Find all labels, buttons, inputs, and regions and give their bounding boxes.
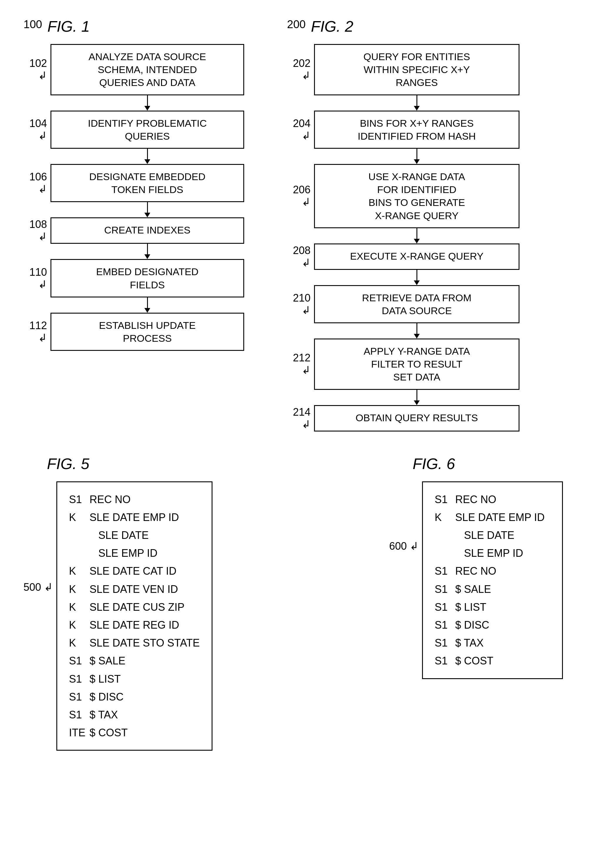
fig1-step-104: 104 ↲ IDENTIFY PROBLEMATICQUERIES (23, 111, 244, 149)
fig1-title: FIG. 1 (47, 18, 90, 35)
fig1-arrow-3 (144, 202, 150, 217)
fig2-step-208-label: 208 ↲ (287, 244, 311, 269)
fig1-step-106-label: 106 ↲ (23, 171, 47, 195)
fig2-arrow-2 (414, 149, 420, 164)
fig1-step-112: 112 ↲ ESTABLISH UPDATEPROCESS (23, 313, 244, 351)
fig6-title: FIG. 6 (413, 455, 455, 473)
fig2-step-210-label: 210 ↲ (287, 292, 311, 316)
fig1-step-106: 106 ↲ DESIGNATE EMBEDDEDTOKEN FIELDS (23, 164, 244, 202)
fig5-title: FIG. 5 (47, 455, 89, 473)
fig2-step-202-box: QUERY FOR ENTITIESWITHIN SPECIFIC X+YRAN… (314, 44, 520, 95)
fig2-title-row: 200 FIG. 2 (287, 18, 353, 35)
fig2-arrow-5 (414, 323, 420, 338)
fig2-step-214-label: 214 ↲ (287, 406, 311, 431)
fig2-step-208-box: EXECUTE X-RANGE QUERY (314, 243, 520, 270)
fig1-step-108: 108 ↲ CREATE INDEXES (23, 217, 244, 244)
fig2-arrow-6 (414, 390, 420, 405)
figures-bottom-row: FIG. 5 500 ↲ S1REC NO KSLE DATE EMP ID S… (23, 455, 581, 751)
page: 100 FIG. 1 102 ↲ ANALYZE DATA SOURCESCHE… (0, 0, 604, 868)
fig5-data-row: 500 ↲ S1REC NO KSLE DATE EMP ID SLE DATE… (23, 481, 213, 751)
fig2-step-206-box: USE X-RANGE DATAFOR IDENTIFIEDBINS TO GE… (314, 164, 520, 228)
fig2-step-210-box: RETRIEVE DATA FROMDATA SOURCE (314, 285, 520, 323)
fig1-step-108-box: CREATE INDEXES (50, 217, 244, 244)
figures-top-row: 100 FIG. 1 102 ↲ ANALYZE DATA SOURCESCHE… (23, 18, 581, 431)
fig1-step-102: 102 ↲ ANALYZE DATA SOURCESCHEMA, INTENDE… (23, 44, 244, 95)
fig2-arrow-1 (414, 95, 420, 111)
fig5-table: S1REC NO KSLE DATE EMP ID SLE DATE SLE E… (56, 481, 212, 751)
fig2-flowchart: 202 ↲ QUERY FOR ENTITIESWITHIN SPECIFIC … (287, 44, 520, 431)
fig2-step-202-label: 202 ↲ (287, 57, 311, 82)
fig1-column: 100 FIG. 1 102 ↲ ANALYZE DATA SOURCESCHE… (23, 18, 276, 351)
fig6-table: S1REC NO KSLE DATE EMP ID SLE DATE SLE E… (422, 481, 563, 679)
fig1-step-104-label: 104 ↲ (23, 117, 47, 142)
fig2-step-214-box: OBTAIN QUERY RESULTS (314, 405, 520, 431)
fig2-step-212-box: APPLY Y-RANGE DATAFILTER TO RESULTSET DA… (314, 338, 520, 390)
fig2-step-202: 202 ↲ QUERY FOR ENTITIESWITHIN SPECIFIC … (287, 44, 520, 95)
fig2-arrow-3 (414, 228, 420, 243)
fig1-step-110-label: 110 ↲ (23, 266, 47, 291)
fig2-step-204-box: BINS FOR X+Y RANGESIDENTIFIED FROM HASH (314, 111, 520, 149)
fig1-title-row: 100 FIG. 1 (23, 18, 90, 35)
fig2-title: FIG. 2 (311, 18, 353, 35)
fig2-column: 200 FIG. 2 202 ↲ QUERY FOR ENTITIESWITHI… (287, 18, 563, 431)
fig1-step-106-box: DESIGNATE EMBEDDEDTOKEN FIELDS (50, 164, 244, 202)
fig2-step-214: 214 ↲ OBTAIN QUERY RESULTS (287, 405, 520, 431)
fig1-arrow-1 (144, 95, 150, 111)
fig1-step-102-label: 102 ↲ (23, 57, 47, 82)
fig6-section: FIG. 6 600 ↲ S1REC NO KSLE DATE EMP ID S… (389, 455, 563, 679)
fig1-step-102-box: ANALYZE DATA SOURCESCHEMA, INTENDEDQUERI… (50, 44, 244, 95)
fig1-arrow-4 (144, 244, 150, 259)
fig1-step-112-box: ESTABLISH UPDATEPROCESS (50, 313, 244, 351)
fig1-arrow-5 (144, 298, 150, 313)
fig1-ref-number: 100 (23, 18, 42, 31)
fig1-arrow-2 (144, 149, 150, 164)
fig1-step-112-label: 112 ↲ (23, 319, 47, 344)
fig2-step-204-label: 204 ↲ (287, 117, 311, 142)
fig1-flowchart: 102 ↲ ANALYZE DATA SOURCESCHEMA, INTENDE… (23, 44, 244, 351)
fig1-step-110: 110 ↲ EMBED DESIGNATEDFIELDS (23, 259, 244, 297)
fig2-ref-number: 200 (287, 18, 306, 31)
fig5-ref-number: 500 ↲ (23, 581, 53, 594)
fig1-step-110-box: EMBED DESIGNATEDFIELDS (50, 259, 244, 297)
fig1-step-108-label: 108 ↲ (23, 218, 47, 243)
fig1-step-104-box: IDENTIFY PROBLEMATICQUERIES (50, 111, 244, 149)
fig2-step-206-label: 206 ↲ (287, 184, 311, 208)
fig2-step-208: 208 ↲ EXECUTE X-RANGE QUERY (287, 243, 520, 270)
fig5-section: FIG. 5 500 ↲ S1REC NO KSLE DATE EMP ID S… (23, 455, 213, 751)
fig2-arrow-4 (414, 270, 420, 285)
fig2-step-212: 212 ↲ APPLY Y-RANGE DATAFILTER TO RESULT… (287, 338, 520, 390)
fig6-data-row: 600 ↲ S1REC NO KSLE DATE EMP ID SLE DATE… (389, 481, 563, 679)
fig6-ref-number: 600 ↲ (389, 540, 419, 552)
fig2-step-206: 206 ↲ USE X-RANGE DATAFOR IDENTIFIEDBINS… (287, 164, 520, 228)
fig2-step-204: 204 ↲ BINS FOR X+Y RANGESIDENTIFIED FROM… (287, 111, 520, 149)
fig2-step-210: 210 ↲ RETRIEVE DATA FROMDATA SOURCE (287, 285, 520, 323)
fig2-step-212-label: 212 ↲ (287, 352, 311, 377)
